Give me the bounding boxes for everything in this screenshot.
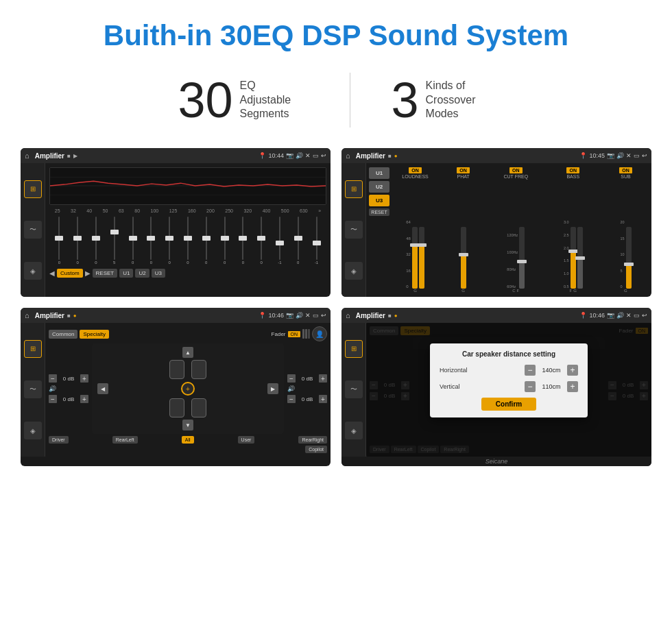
arrow-right-btn[interactable]: ▶ <box>267 383 278 394</box>
confirm-button[interactable]: Confirm <box>481 398 536 411</box>
eq-u1-btn[interactable]: U1 <box>119 269 133 278</box>
level-bl-plus[interactable]: + <box>80 395 88 403</box>
level-br-minus[interactable]: − <box>287 395 296 403</box>
eq-u2-btn[interactable]: U2 <box>135 269 149 278</box>
phat-track[interactable] <box>461 227 466 289</box>
horizontal-ctrl: − 140cm + <box>525 365 578 376</box>
eq-slider-3: 5 <box>106 217 123 265</box>
dialog-sidebar-btn3[interactable]: ◈ <box>345 422 363 439</box>
cross-reset-btn[interactable]: RESET <box>369 208 389 216</box>
fader-sidebar-btn3[interactable]: ◈ <box>24 422 42 439</box>
phat-bottom: G <box>461 289 465 293</box>
stat-crossover: 3 Kinds ofCrossover Modes <box>350 75 536 125</box>
eq-play-next[interactable]: ▶ <box>85 269 91 277</box>
cross-icon1: ■ <box>388 153 392 159</box>
fader-sidebar-btn1[interactable]: ⊞ <box>24 340 42 358</box>
freq-250: 250 <box>225 208 233 213</box>
dialog-status: 📍 10:46 📷 🔊 ✕ ▭ ↩ <box>579 312 647 319</box>
fader-title: Amplifier <box>35 312 64 319</box>
freq-arrow: » <box>318 208 321 213</box>
user-btn[interactable]: User <box>238 436 255 444</box>
bass-track2[interactable] <box>577 227 583 289</box>
fader-label-text: Fader <box>272 331 286 337</box>
sub-scale: 20151050 <box>620 220 624 289</box>
cross-u3-btn[interactable]: U3 <box>369 195 389 206</box>
specialty-btn[interactable]: Specialty <box>80 330 108 339</box>
vertical-label: Vertical <box>440 383 460 390</box>
sub-on[interactable]: ON <box>619 167 632 173</box>
cross-u1-btn[interactable]: U1 <box>369 167 389 179</box>
loudness-track2[interactable] <box>419 227 424 289</box>
cross-sidebar-btn1[interactable]: ⊞ <box>345 180 363 198</box>
cutfreq-track[interactable] <box>519 227 525 289</box>
eq-u3-btn[interactable]: U3 <box>152 269 165 278</box>
eq-custom-btn[interactable]: Custom <box>57 269 83 278</box>
eq-reset-btn[interactable]: RESET <box>93 269 118 278</box>
eq-slider-7: 0 <box>180 217 197 265</box>
cross-u2-btn[interactable]: U2 <box>369 181 389 193</box>
vertical-plus[interactable]: + <box>567 381 578 392</box>
rear-seats <box>169 398 206 417</box>
screens-grid: ⌂ Amplifier ■ ▶ 📍 10:44 📷 🔊 ✕ ▭ ↩ ⊞ 〜 ◈ <box>0 148 672 480</box>
dialog-sidebar-btn2[interactable]: 〜 <box>345 380 363 398</box>
eq-bottom-bar: ◀ Custom ▶ RESET U1 U2 U3 <box>49 269 326 278</box>
level-tr-plus[interactable]: + <box>319 374 327 383</box>
arrow-up-btn[interactable]: ▲ <box>182 347 193 358</box>
loudness-on[interactable]: ON <box>409 167 422 173</box>
fader-sidebar-btn2[interactable]: 〜 <box>24 380 42 398</box>
horizontal-minus[interactable]: − <box>525 365 536 376</box>
eq-sidebar-btn2[interactable]: 〜 <box>24 221 42 239</box>
vertical-minus[interactable]: − <box>525 381 536 392</box>
level-tl-plus[interactable]: + <box>80 374 88 383</box>
freq-630: 630 <box>300 208 308 213</box>
crossover-content: ⊞ 〜 ◈ U1 U2 U3 RESET ON LOUDNESS <box>341 163 651 297</box>
dialog-sidebar-btn1[interactable]: ⊞ <box>345 340 363 358</box>
eq-sidebar-btn3[interactable]: ◈ <box>24 262 42 280</box>
phat-label: PHAT <box>457 174 469 179</box>
dialog-home-icon: ⌂ <box>346 311 350 319</box>
eq-freq-labels: 25 32 40 50 63 80 100 125 160 200 250 32… <box>49 208 326 214</box>
eq-sidebar-btn1[interactable]: ⊞ <box>24 180 42 198</box>
sub-track[interactable] <box>626 227 632 289</box>
seat-fr <box>191 360 206 379</box>
eq-slider-11: 0 <box>253 217 270 265</box>
dlg-x-icon: ✕ <box>626 312 632 319</box>
speaker-bottom-btns: Driver RearLeft All User RearRight <box>49 436 327 444</box>
copilot-btn[interactable]: Copilot <box>305 446 327 453</box>
dlg-time: 10:46 <box>589 312 605 319</box>
rear-right-btn[interactable]: RearRight <box>298 436 327 444</box>
home-icon: ⌂ <box>25 152 29 160</box>
cross-sidebar-btn2[interactable]: 〜 <box>345 221 363 239</box>
bass-on[interactable]: ON <box>566 167 579 173</box>
eq-rect-icon: ▭ <box>313 152 319 159</box>
common-btn[interactable]: Common <box>49 330 77 339</box>
level-tr-minus[interactable]: − <box>287 374 296 383</box>
crossover-sidebar: ⊞ 〜 ◈ <box>341 163 366 297</box>
arrow-down-btn[interactable]: ▼ <box>182 420 193 431</box>
fader-on-badge[interactable]: ON <box>288 331 301 337</box>
vertical-value: 110cm <box>538 383 564 390</box>
fader-person-icon[interactable]: 👤 <box>312 326 327 341</box>
spk-icon-l: 🔊 <box>49 385 56 392</box>
cross-sidebar-btn3[interactable]: ◈ <box>345 262 363 280</box>
cross-x-icon: ✕ <box>626 152 632 159</box>
dialog-dot-icon: ● <box>394 313 398 319</box>
loudness-track1[interactable] <box>412 227 418 289</box>
eq-status: 📍 10:44 📷 🔊 ✕ ▭ ↩ <box>259 152 326 159</box>
arrow-left-btn[interactable]: ◀ <box>97 383 108 394</box>
car-seats: + <box>169 360 206 417</box>
eq-play-prev[interactable]: ◀ <box>49 269 55 277</box>
cutfreq-on[interactable]: ON <box>509 167 523 173</box>
eq-slider-12: -1 <box>272 217 289 265</box>
driver-btn[interactable]: Driver <box>49 436 69 444</box>
seat-rl <box>169 398 184 417</box>
all-btn[interactable]: All <box>182 436 194 444</box>
horizontal-plus[interactable]: + <box>567 365 578 376</box>
dialog-box-title: Car speaker distance setting <box>440 350 578 358</box>
level-tl-minus[interactable]: − <box>49 374 57 383</box>
eq-slider-14: -1 <box>308 217 325 265</box>
rear-left-btn[interactable]: RearLeft <box>112 436 138 444</box>
level-bl-minus[interactable]: − <box>49 395 57 403</box>
phat-on[interactable]: ON <box>457 167 470 173</box>
level-br-plus[interactable]: + <box>319 395 327 403</box>
